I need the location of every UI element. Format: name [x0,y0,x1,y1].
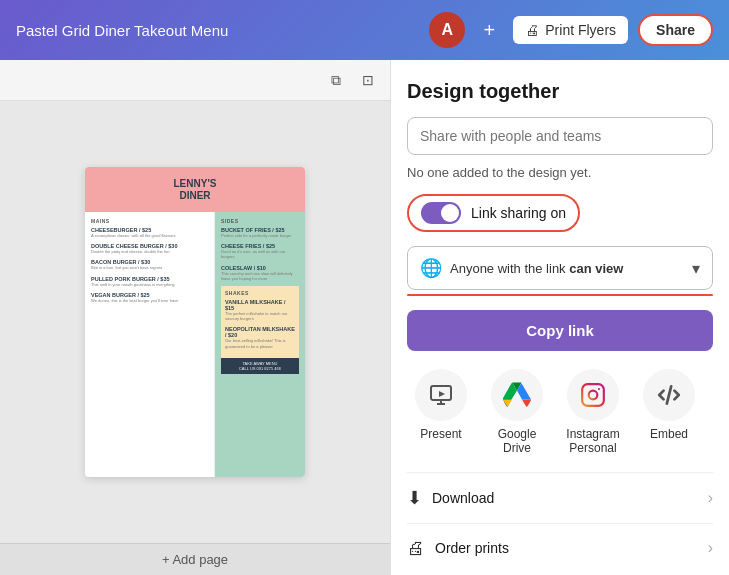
download-action-row[interactable]: ⬇ Download › [407,472,713,523]
order-prints-label: Order prints [435,540,509,556]
canvas-toolbar: ⧉ ⊡ [0,60,390,101]
share-button[interactable]: Share [638,14,713,46]
share-input[interactable] [407,117,713,155]
order-prints-action-row[interactable]: 🖨 Order prints › [407,523,713,573]
canvas-area: ⧉ ⊡ LENNY'SDINER MAINS CHEESEBURGER / $2… [0,60,390,575]
list-item: CHEESEBURGER / $25 A scrumptious classic… [91,227,208,238]
list-item: PULLED PORK BURGER / $35 This melt in yo… [91,276,208,287]
add-page-button[interactable]: + Add page [0,543,390,575]
menu-footer: TAKE AWAY MENUCALL US 091 8275 466 [221,358,299,374]
link-sharing-text: Anyone with the link can view [450,261,623,276]
list-item: VANILLA MILKSHAKE / $15 The perfect milk… [225,299,295,321]
shakes-label: SHAKES [225,290,295,296]
list-item: VEGAN BURGER / $25 We dunno, this is the… [91,292,208,303]
shakes-section: SHAKES VANILLA MILKSHAKE / $15 The perfe… [221,286,299,358]
no-one-text: No one added to the design yet. [407,165,713,180]
svg-line-7 [667,386,671,403]
panel-title: Design together [407,80,713,103]
menu-left: MAINS CHEESEBURGER / $25 A scrumptious c… [85,212,215,477]
present-icon [415,369,467,421]
link-sharing-toggle-row: Link sharing on [407,194,580,232]
order-prints-icon: 🖨 [407,538,425,559]
link-underline [407,294,713,296]
canvas-content: LENNY'SDINER MAINS CHEESEBURGER / $25 A … [0,101,390,543]
globe-icon: 🌐 [420,257,442,279]
download-chevron-icon: › [708,489,713,507]
app-header: Pastel Grid Diner Takeout Menu A + 🖨 Pri… [0,0,729,60]
add-collaborator-button[interactable]: + [475,16,503,44]
google-drive-icon-item[interactable]: Google Drive [483,369,551,456]
google-drive-label: Google Drive [483,427,551,456]
list-item: COLESLAW / $10 This crunchy and nice sla… [221,265,299,281]
list-item: CHEESE FRIES / $25 Good as it's own, as … [221,243,299,259]
svg-marker-3 [439,391,445,397]
download-label: Download [432,490,494,506]
chevron-down-icon: ▾ [692,259,700,278]
instagram-icon [567,369,619,421]
copy-page-icon[interactable]: ⧉ [322,66,350,94]
resize-icon[interactable]: ⊡ [354,66,382,94]
svg-point-6 [598,388,600,390]
download-icon: ⬇ [407,487,422,509]
print-flyers-button[interactable]: 🖨 Print Flyers [513,16,628,44]
embed-icon [643,369,695,421]
instagram-label: Instagram Personal [559,427,627,456]
copy-link-button[interactable]: Copy link [407,310,713,351]
menu-card: LENNY'SDINER MAINS CHEESEBURGER / $25 A … [85,167,305,477]
link-sharing-toggle[interactable] [421,202,461,224]
embed-label: Embed [650,427,688,441]
toggle-label: Link sharing on [471,205,566,221]
main-layout: ⧉ ⊡ LENNY'SDINER MAINS CHEESEBURGER / $2… [0,60,729,575]
embed-icon-item[interactable]: Embed [635,369,703,456]
google-drive-icon [491,369,543,421]
document-title: Pastel Grid Diner Takeout Menu [16,22,228,39]
menu-right: SIDES BUCKET OF FRIES / $25 Perfect side… [215,212,305,477]
menu-body: MAINS CHEESEBURGER / $25 A scrumptious c… [85,212,305,477]
header-actions: A + 🖨 Print Flyers Share [429,12,713,48]
menu-header: LENNY'SDINER [85,167,305,212]
list-item: NEOPOLITAN MILKSHAKE / $20 Our best-sell… [225,326,295,348]
present-icon-item[interactable]: Present [407,369,475,456]
list-item: BACON BURGER / $30 Bite in a bun, but yo… [91,259,208,270]
svg-rect-4 [582,384,604,406]
share-icons-grid: Present Google Drive [407,369,713,456]
avatar[interactable]: A [429,12,465,48]
instagram-icon-item[interactable]: Instagram Personal [559,369,627,456]
sides-label: SIDES [221,218,299,224]
share-panel: Design together No one added to the desi… [390,60,729,575]
list-item: DOUBLE CHEESE BURGER / $30 Double the pa… [91,243,208,254]
link-sharing-row[interactable]: 🌐 Anyone with the link can view ▾ [407,246,713,290]
print-icon: 🖨 [525,22,539,38]
mains-label: MAINS [91,218,208,224]
order-prints-chevron-icon: › [708,539,713,557]
present-label: Present [420,427,461,441]
list-item: BUCKET OF FRIES / $25 Perfect side for a… [221,227,299,238]
svg-point-5 [589,391,598,400]
toggle-knob [441,204,459,222]
